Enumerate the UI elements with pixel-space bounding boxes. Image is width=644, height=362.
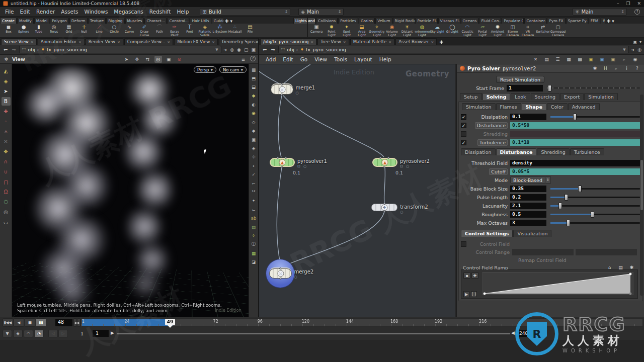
network-menu-edit[interactable]: Edit	[279, 56, 296, 63]
select-visible-icon[interactable]: ✓	[250, 171, 258, 178]
dissipation-slider[interactable]	[550, 116, 640, 118]
sub-tab-turbulence[interactable]: Turbulence	[570, 148, 604, 155]
shelf-tool-box[interactable]: ◼Box	[1, 24, 16, 38]
list-view-icon[interactable]: ☰	[554, 56, 561, 63]
roughness-field[interactable]: 0.5	[510, 211, 546, 218]
handles-toggle-icon[interactable]: ⌙	[250, 206, 258, 213]
snapshot-icon[interactable]: ◉	[237, 47, 241, 52]
set-view-icon[interactable]: ◎	[154, 56, 162, 63]
back-arrow-icon[interactable]: ⬅	[3, 47, 9, 52]
dissipation-label[interactable]: Dissipation	[468, 114, 510, 120]
multitool-icon[interactable]: ✕	[532, 56, 539, 63]
range-slider-track[interactable]	[117, 333, 510, 334]
shelf-add-tab-button-2[interactable]: ✚ ▾	[605, 19, 616, 24]
next-key-button[interactable]: ▷	[58, 330, 68, 337]
shelf-tool-metaball[interactable]: ∴Metaball	[227, 24, 243, 38]
roughness-slider[interactable]	[550, 214, 640, 215]
pulse-length-field[interactable]: 0.2	[510, 194, 546, 201]
node-flags[interactable]: ⊡ ○	[297, 164, 307, 168]
grid-overlay-icon[interactable]: ▦	[250, 249, 258, 257]
user-badge-icon[interactable]: ◉	[631, 56, 639, 63]
shelf-tool-distant-light[interactable]: ☀Distant Light	[399, 24, 415, 38]
cutoff-label[interactable]: Cutoff	[459, 169, 510, 174]
shelf-tab-rigging[interactable]: Rigging	[106, 18, 124, 24]
render-region-icon[interactable]: ◡	[2, 218, 11, 226]
maximize-button[interactable]: ❐	[626, 1, 630, 6]
lasso-select-icon[interactable]: ✕	[2, 137, 11, 146]
shelf-tab-pyro-fx[interactable]: Pyro FX	[547, 18, 565, 24]
pane-tab-material-palette[interactable]: Material Palette	[350, 38, 395, 45]
threshold-field-label[interactable]: Threshold Field	[459, 160, 510, 166]
scrollbar-thumb[interactable]	[640, 160, 643, 210]
path-field[interactable]: ⬚ obj › ♦ fx_pyro_sourcing ▼	[19, 46, 221, 53]
view-gear-icon[interactable]: ✲	[3, 56, 10, 63]
main-tab-export[interactable]: Export	[560, 93, 584, 100]
shelf-add-tab-button[interactable]: ✚ ▾	[223, 19, 234, 24]
measure-tool-icon[interactable]: ⌐	[250, 179, 258, 187]
network-menu-layout[interactable]: Layout	[351, 56, 376, 63]
shelf-tool-circle[interactable]: ○Circle	[107, 24, 122, 38]
network-menu-tools[interactable]: Tools	[331, 56, 351, 63]
shelf-tab-particle-fl[interactable]: Particle Fl...	[416, 18, 438, 24]
display-points-icon[interactable]: ◇	[250, 118, 258, 126]
shelf-tab-muscles[interactable]: Muscles	[125, 18, 144, 24]
realtime-toggle-button[interactable]: ◔	[34, 330, 44, 337]
base-block-size-field[interactable]: 0.35	[510, 186, 546, 192]
reset-simulation-button[interactable]: Reset Simulation	[496, 76, 544, 83]
mode-spinner-icon[interactable]: ⇕	[545, 176, 551, 184]
headlight-icon[interactable]: ◐	[250, 101, 258, 109]
viewport-layout-icon[interactable]: ▦	[250, 66, 258, 73]
shelf-tool-vr-camera[interactable]: ⌗VR Camera	[520, 24, 535, 38]
node-pyrosolver1[interactable]: ▲ pyrosolver1 ⊡ ○ 0.1	[270, 158, 295, 167]
lighting-mode-icon[interactable]: ✱	[250, 92, 258, 100]
main-tab-solving[interactable]: Solving	[482, 93, 511, 100]
snap-magnet-icon[interactable]: Ω	[2, 188, 11, 196]
shape-tab-shape[interactable]: Shape	[522, 103, 546, 110]
wire-shaded-icon[interactable]: ◈	[250, 145, 258, 152]
menu-render[interactable]: Render	[33, 8, 58, 16]
turbulence-field[interactable]: 0.1*10	[510, 139, 642, 146]
add-pane-tab-button-2[interactable]: ✚	[438, 40, 445, 45]
shelf-tool-sky-light[interactable]: ☁Sky Light	[430, 24, 445, 38]
pane-tab-animation-editor[interactable]: Animation Editor	[38, 38, 85, 45]
network-menu-help[interactable]: Help	[376, 56, 395, 63]
prev-key-button[interactable]: ◁	[48, 330, 58, 337]
path-dropdown-icon[interactable]: ▼	[623, 48, 625, 52]
audio-button[interactable]: ◈	[13, 330, 23, 337]
find-icon[interactable]: ⌕	[620, 56, 628, 63]
view-tool-icon[interactable]: ➤	[123, 56, 130, 63]
node-name-field[interactable]: pyrosolver2	[503, 66, 536, 71]
shelf-tool-spot-light[interactable]: ✦Spot Light	[339, 24, 354, 38]
select-arrow-icon[interactable]: ➤	[2, 87, 11, 96]
shelf-tool-path[interactable]: ⌒Path	[152, 24, 167, 38]
pulse-length-slider[interactable]	[550, 197, 640, 198]
layout-icon[interactable]: ▣	[251, 47, 256, 52]
node-flags[interactable]: ○	[294, 275, 298, 279]
max-octaves-field[interactable]: 3	[510, 220, 546, 226]
range-start-field[interactable]: 1	[93, 330, 109, 337]
houdini-ops-icon[interactable]: H	[602, 65, 609, 72]
snapping-off-icon[interactable]: ⊘	[176, 56, 183, 63]
shelf-tool-stereo-camera[interactable]: ◫Stereo Camera	[505, 24, 520, 38]
dots-layout-icon[interactable]: ▩	[576, 56, 584, 63]
pin-icon[interactable]: ➜	[631, 47, 635, 52]
shelf-tool-draw-curve[interactable]: ✐Draw Curve	[137, 24, 152, 38]
snapshot-icon[interactable]: ⬒	[250, 74, 258, 82]
pane-tab-asset-browser[interactable]: Asset Browser	[395, 38, 437, 45]
turbulence-checkbox[interactable]: ✓	[461, 140, 466, 145]
stow-icon[interactable]: ≣	[239, 56, 247, 63]
shelf-tab-particles[interactable]: Particles	[338, 18, 358, 24]
menu-edit[interactable]: Edit	[17, 8, 33, 16]
network-menu-add[interactable]: Add	[262, 56, 279, 63]
shelf-tab-guide-p[interactable]: Guide P...	[212, 18, 223, 24]
shredding-label[interactable]: Shredding	[468, 131, 510, 137]
visibility-icon[interactable]: ◈	[2, 77, 11, 85]
menu-megascans[interactable]: Megascans	[111, 8, 146, 16]
lacunarity-field[interactable]: 2.1	[510, 203, 546, 209]
desktop-build-dropdown[interactable]: ⊞ Build ⇕	[200, 8, 290, 16]
construction-plane-icon[interactable]: ⬡	[2, 198, 11, 206]
pane-tab-composite-view[interactable]: Composite View...	[124, 38, 173, 45]
threshold-field-input[interactable]: density	[510, 160, 642, 166]
grid-layout-icon[interactable]: ▦	[565, 56, 573, 63]
base-block-size-slider[interactable]	[550, 188, 640, 190]
